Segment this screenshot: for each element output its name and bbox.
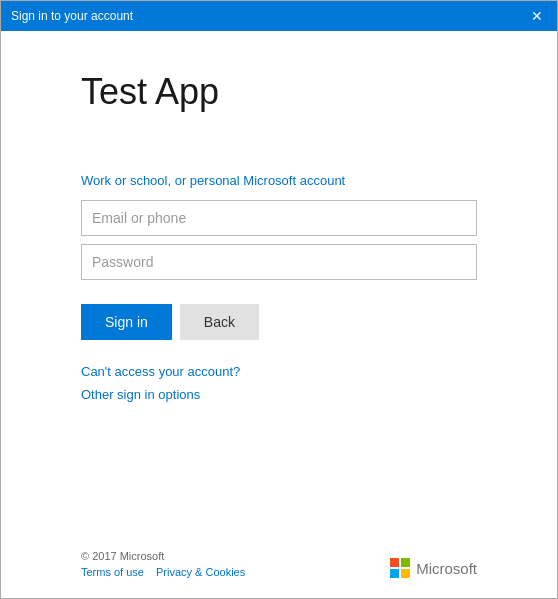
close-button[interactable]: ✕ [527,7,547,25]
back-button[interactable]: Back [180,304,259,340]
microsoft-logo [390,558,410,578]
window: Sign in to your account ✕ Test App Work … [0,0,558,599]
microsoft-name: Microsoft [416,560,477,577]
action-buttons: Sign in Back [81,304,477,340]
ms-square-yellow [401,569,410,578]
title-bar-text: Sign in to your account [11,9,133,23]
footer-left: © 2017 Microsoft Terms of use Privacy & … [81,550,245,578]
signin-button[interactable]: Sign in [81,304,172,340]
ms-square-green [401,558,410,567]
content-area: Test App Work or school, or personal Mic… [1,31,557,598]
ms-square-blue [390,569,399,578]
password-input[interactable] [81,244,477,280]
other-signin-link[interactable]: Other sign in options [81,387,477,402]
title-bar: Sign in to your account ✕ [1,1,557,31]
privacy-link[interactable]: Privacy & Cookies [156,566,245,578]
subtitle-highlight: Microsoft [243,173,296,188]
microsoft-branding: Microsoft [390,558,477,578]
email-input[interactable] [81,200,477,236]
terms-link[interactable]: Terms of use [81,566,144,578]
footer-links: Terms of use Privacy & Cookies [81,566,245,578]
copyright-text: © 2017 Microsoft [81,550,164,562]
ms-square-red [390,558,399,567]
account-subtitle: Work or school, or personal Microsoft ac… [81,173,477,188]
subtitle-plain: Work or school, or personal [81,173,243,188]
app-title: Test App [81,71,477,113]
cant-access-link[interactable]: Can't access your account? [81,364,477,379]
subtitle-rest: account [296,173,345,188]
footer: © 2017 Microsoft Terms of use Privacy & … [81,550,477,598]
